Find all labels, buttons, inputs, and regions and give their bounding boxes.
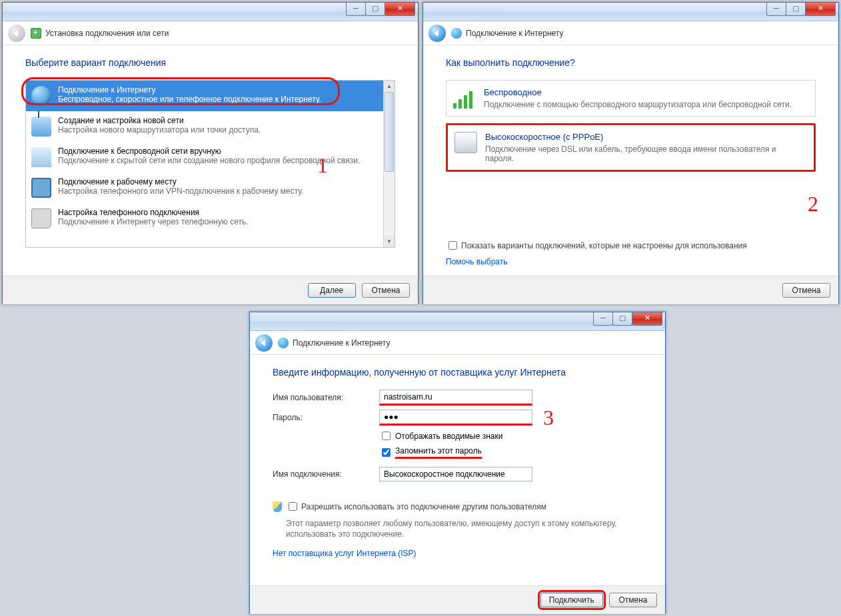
show-chars-checkbox[interactable] [382,432,391,440]
nav-row: Установка подключения или сети [3,21,418,45]
cancel-button[interactable]: Отмена [782,283,830,298]
dialog-footer: Отмена [423,276,838,304]
close-button[interactable]: ✕ [385,3,415,16]
maximize-button[interactable]: ▢ [612,312,632,326]
card-title: Высокоскоростное (с PPPoE) [485,132,806,142]
scroll-down-icon[interactable]: ▼ [384,236,395,247]
globe-icon [451,28,462,39]
help-choose-link[interactable]: Помочь выбрать [446,257,508,266]
back-button[interactable] [8,25,25,42]
option-desc: Подключение к Интернету через телефонную… [58,217,388,226]
next-button[interactable]: Далее [308,283,356,298]
card-desc: Подключение с помощью беспроводного марш… [484,100,807,109]
allow-others-checkbox[interactable] [289,502,297,511]
nav-row: Подключение к Интернету [250,331,665,355]
show-more-label: Показать варианты подключений, которые н… [461,241,747,250]
svg-rect-0 [453,103,456,109]
password-row: Пароль: [273,410,642,426]
option-title: Подключение к беспроводной сети вручную [58,147,388,156]
option-desc: Настройка телефонного или VPN-подключени… [58,186,388,196]
window-enter-credentials: ─ ▢ ✕ Подключение к Интернету Введите ин… [249,312,666,614]
allow-others-row: Разрешить использовать это подключение д… [273,500,642,513]
modem-icon [454,132,477,153]
wifi-icon [31,147,51,167]
svg-rect-3 [469,91,472,109]
wizard-title: Подключение к Интернету [293,338,391,348]
wizard-icon [31,28,41,39]
connection-name-row: Имя подключения: [273,467,642,481]
svg-rect-2 [464,95,467,109]
page-heading: Введите информацию, полученную от постав… [273,367,642,378]
page-heading: Выберите вариант подключения [25,57,395,68]
scrollbar[interactable]: ▲ ▼ [383,81,395,247]
username-input[interactable] [379,390,532,406]
nav-row: Подключение к Интернету [423,21,838,45]
cancel-button[interactable]: Отмена [609,593,657,607]
no-isp-link[interactable]: Нет поставщика услуг Интернета (ISP) [273,549,417,558]
wizard-title: Установка подключения или сети [45,29,169,38]
globe-icon [278,338,289,348]
minimize-button[interactable]: ─ [766,3,786,16]
option-desc: Настройка нового маршрутизатора или точк… [58,125,388,135]
option-workplace[interactable]: Подключение к рабочему месту Настройка т… [26,172,395,203]
router-icon [31,117,51,137]
show-more-checkbox[interactable] [448,241,457,250]
titlebar: ─ ▢ ✕ [3,3,418,21]
option-desc: Подключение к скрытой сети или создание … [58,156,388,165]
window-setup-connection: ─ ▢ ✕ Установка подключения или сети Выб… [2,2,419,304]
back-button[interactable] [428,25,446,42]
dialog-footer: Далее Отмена [3,276,418,304]
globe-icon [31,86,51,106]
card-title: Беспроводное [484,87,807,97]
workplace-icon [31,178,51,198]
phone-icon [31,208,51,228]
page-heading: Как выполнить подключение? [446,57,816,68]
option-wireless[interactable]: Беспроводное Подключение с помощью беспр… [446,80,816,117]
connection-name-label: Имя подключения: [273,469,379,479]
remember-row: Запомнить этот пароль [379,446,642,459]
scroll-up-icon[interactable]: ▲ [384,81,395,92]
username-label: Имя пользователя: [273,393,379,402]
option-dialup[interactable]: Настройка телефонного подключения Подклю… [26,203,395,234]
option-title: Создание и настройка новой сети [58,116,388,125]
scroll-thumb[interactable] [385,92,394,172]
connection-name-input[interactable] [379,467,532,481]
option-pppoe[interactable]: Высокоскоростное (с PPPoE) Подключение ч… [446,123,816,172]
allow-others-hint: Этот параметр позволяет любому пользоват… [286,518,642,539]
maximize-button[interactable]: ▢ [786,3,806,16]
remember-label: Запомнить этот пароль [395,446,482,459]
show-more-row[interactable]: Показать варианты подключений, которые н… [446,239,816,252]
titlebar: ─ ▢ ✕ [250,312,665,331]
username-row: Имя пользователя: [273,390,642,406]
option-new-network[interactable]: Создание и настройка новой сети Настройк… [26,111,395,142]
remember-checkbox[interactable] [382,448,391,457]
option-title: Подключение к рабочему месту [58,177,388,186]
dialog-footer: Подключить Отмена [250,585,665,614]
wizard-title: Подключение к Интернету [466,29,564,38]
connection-options-list: Подключение к Интернету Беспроводное, ск… [25,80,395,248]
cancel-button[interactable]: Отмена [362,283,410,298]
allow-others-label: Разрешить использовать это подключение д… [301,502,546,511]
close-button[interactable]: ✕ [805,3,836,16]
connect-button[interactable]: Подключить [540,593,603,607]
show-chars-row: Отображать вводимые знаки [379,430,642,442]
option-title: Настройка телефонного подключения [58,208,388,217]
password-label: Пароль: [273,413,379,422]
minimize-button[interactable]: ─ [593,312,613,326]
close-button[interactable]: ✕ [632,312,662,326]
svg-rect-1 [458,99,462,109]
show-chars-label: Отображать вводимые знаки [395,432,502,441]
option-manual-wireless[interactable]: Подключение к беспроводной сети вручную … [26,142,395,172]
annotation-number: 2 [808,192,818,216]
titlebar: ─ ▢ ✕ [423,3,838,21]
password-input[interactable] [379,410,532,426]
maximize-button[interactable]: ▢ [365,3,385,16]
back-button[interactable] [255,334,273,352]
wireless-bars-icon [453,87,476,109]
window-connect-internet: ─ ▢ ✕ Подключение к Интернету Как выполн… [422,2,839,304]
card-desc: Подключение через DSL или кабель, требую… [485,145,806,163]
option-internet[interactable]: Подключение к Интернету Беспроводное, ск… [26,81,395,111]
option-desc: Беспроводное, скоростное или телефонное … [58,95,388,104]
shield-icon [273,501,282,512]
minimize-button[interactable]: ─ [346,3,366,16]
